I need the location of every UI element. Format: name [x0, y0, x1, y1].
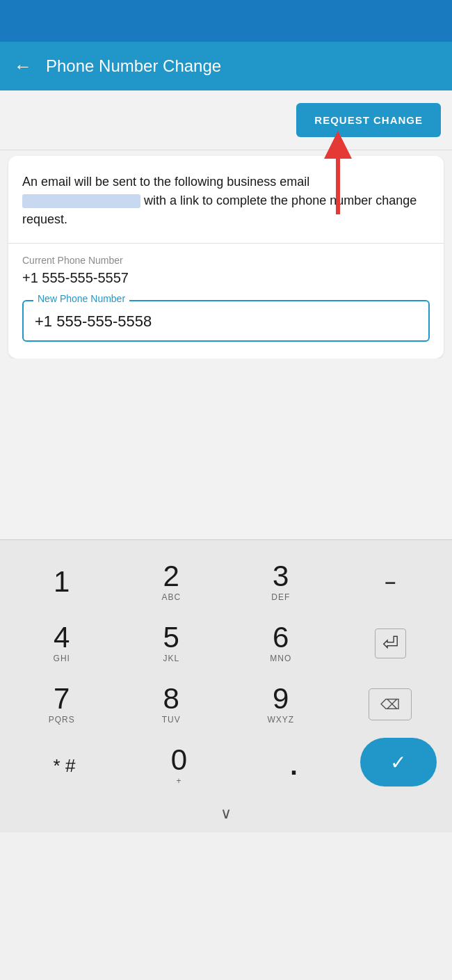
current-phone-section: Current Phone Number +1 555-555-5557	[22, 244, 430, 286]
key-2[interactable]: 2 ABC	[122, 554, 220, 610]
toolbar: REQUEST CHANGE	[0, 90, 452, 150]
key-8[interactable]: 8 TUV	[122, 677, 220, 732]
chevron-row: ∨	[7, 799, 445, 825]
new-phone-section[interactable]: New Phone Number +1 555-555-5558	[22, 300, 430, 342]
info-text: An email will be sent to the following b…	[22, 173, 430, 229]
request-change-button[interactable]: REQUEST CHANGE	[296, 103, 441, 137]
key-5[interactable]: 5 JKL	[122, 615, 220, 671]
app-header: ← Phone Number Change	[0, 42, 452, 90]
keyboard-row-4: * # 0 + . ✓	[7, 738, 445, 793]
keyboard-row-3: 7 PQRS 8 TUV 9 WXYZ ⌫	[7, 677, 445, 732]
new-phone-label: New Phone Number	[33, 293, 129, 304]
keyboard-row-2: 4 GHI 5 JKL 6 MNO ⏎	[7, 615, 445, 671]
back-button[interactable]: ←	[14, 56, 32, 77]
keyboard: 1 2 ABC 3 DEF – 4 GHI 5 JKL 6 MNO ⏎	[0, 539, 452, 832]
status-bar	[0, 0, 452, 42]
key-dot[interactable]: .	[245, 738, 343, 793]
key-delete[interactable]: ⌫	[341, 677, 439, 732]
key-confirm[interactable]: ✓	[360, 738, 437, 787]
new-phone-value: +1 555-555-5558	[35, 310, 417, 331]
key-star-hash[interactable]: * #	[16, 738, 113, 793]
current-phone-value: +1 555-555-5557	[22, 270, 430, 286]
empty-space	[0, 358, 452, 539]
email-highlight	[22, 194, 140, 208]
info-card: An email will be sent to the following b…	[8, 156, 444, 358]
key-3[interactable]: 3 DEF	[232, 554, 330, 610]
current-phone-label: Current Phone Number	[22, 255, 430, 266]
keyboard-row-1: 1 2 ABC 3 DEF –	[7, 554, 445, 610]
key-1[interactable]: 1	[13, 554, 111, 610]
chevron-down-icon[interactable]: ∨	[220, 805, 232, 823]
key-6[interactable]: 6 MNO	[232, 615, 330, 671]
delete-icon: ⌫	[369, 688, 412, 720]
key-9[interactable]: 9 WXYZ	[232, 677, 330, 732]
main-content: An email will be sent to the following b…	[0, 150, 452, 358]
key-7[interactable]: 7 PQRS	[13, 677, 111, 732]
page-title: Phone Number Change	[46, 56, 221, 76]
checkmark-icon: ✓	[390, 751, 406, 774]
key-0[interactable]: 0 +	[131, 738, 228, 793]
key-minus[interactable]: –	[341, 554, 439, 610]
key-4[interactable]: 4 GHI	[13, 615, 111, 671]
key-space[interactable]: ⏎	[341, 615, 439, 671]
